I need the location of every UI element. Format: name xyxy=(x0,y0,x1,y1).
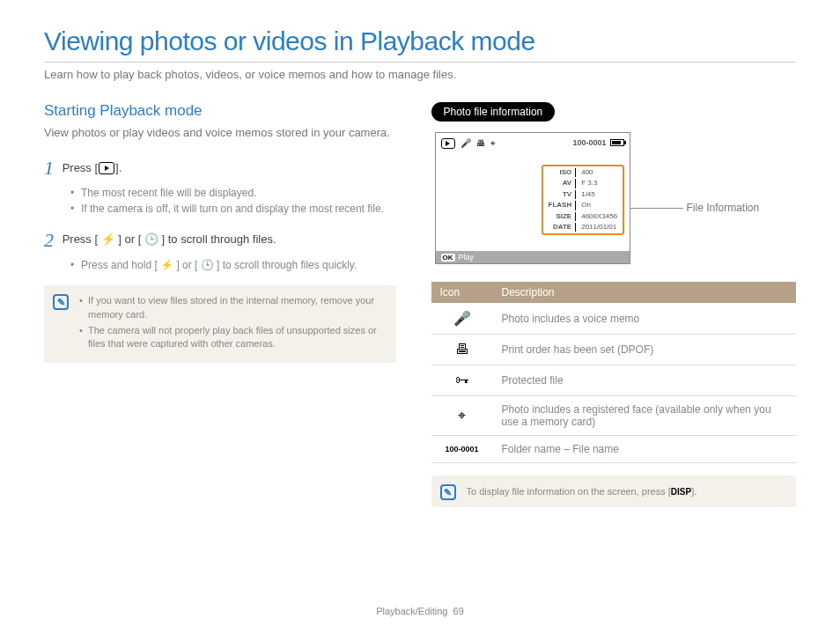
step-number: 2 xyxy=(44,229,54,251)
table-row: 🎤 Photo includes a voice memo xyxy=(431,303,796,335)
step-number: 1 xyxy=(44,157,54,179)
photo-file-info-pill: Photo file information xyxy=(431,102,556,122)
note-text: To display file information on the scree… xyxy=(467,486,697,497)
step-1: 1 Press []. The most recent file will be… xyxy=(44,157,396,217)
right-column: Photo file information 🎤 🖶 ⌖ 100-0001 IS… xyxy=(431,102,796,507)
playback-button-icon xyxy=(99,162,114,174)
icon-description-table: Icon Description 🎤 Photo includes a voic… xyxy=(431,282,796,463)
table-row: ⌖ Photo includes a registered face (avai… xyxy=(431,396,796,436)
note-icon: ✎ xyxy=(53,294,69,310)
list-item: If the camera is off, it will turn on an… xyxy=(70,201,396,217)
camera-top-right: 100-0001 xyxy=(572,138,623,147)
step-text: Press []. xyxy=(63,161,122,174)
mic-icon: 🎤 xyxy=(431,303,493,335)
step-text: Press [ ⚡ ] or [ 🕒 ] to scroll through f… xyxy=(63,233,276,247)
face-icon: ⌖ xyxy=(490,138,496,149)
file-info-overlay: ISO400 AVF 3.3 TV1/45 FLASHOn SIZE4608X3… xyxy=(542,165,625,235)
note-item: If you want to view files stored in the … xyxy=(79,294,386,321)
voice-memo-icon: 🎤 xyxy=(461,138,471,149)
section-heading: Starting Playback mode xyxy=(44,102,396,120)
list-item: The most recent file will be displayed. xyxy=(70,185,396,201)
printer-icon: 🖶 xyxy=(431,335,493,365)
face-register-icon: ⌖ xyxy=(431,396,493,436)
file-id-icon: 100-0001 xyxy=(431,436,493,463)
page-title: Viewing photos or videos in Playback mod… xyxy=(44,26,796,56)
page-subtitle: Learn how to play back photos, videos, o… xyxy=(44,62,796,81)
note-item: The camera will not properly play back f… xyxy=(79,324,386,351)
playback-mode-icon xyxy=(441,138,455,149)
key-icon: 🗝 xyxy=(431,365,493,396)
step-2: 2 Press [ ⚡ ] or [ 🕒 ] to scroll through… xyxy=(44,229,396,273)
camera-ok-bar: OKPlay xyxy=(436,251,630,263)
disp-button-label: DISP xyxy=(671,487,691,497)
table-header-icon: Icon xyxy=(431,282,493,303)
two-column-layout: Starting Playback mode View photos or pl… xyxy=(44,102,796,507)
table-row: 100-0001 Folder name – File name xyxy=(431,436,796,463)
battery-icon xyxy=(610,139,624,146)
note-box: ✎ If you want to view files stored in th… xyxy=(44,285,396,363)
callout-line xyxy=(630,208,683,209)
section-intro: View photos or play videos and voice mem… xyxy=(44,125,396,141)
camera-top-left-icons: 🎤 🖶 ⌖ xyxy=(441,138,496,149)
page-footer: Playback/Editing 69 xyxy=(0,606,840,616)
left-column: Starting Playback mode View photos or pl… xyxy=(44,102,396,507)
callout-label: File Information xyxy=(687,202,760,214)
note-box-disp: ✎ To display file information on the scr… xyxy=(431,476,796,507)
file-id-label: 100-0001 xyxy=(572,138,606,147)
print-icon: 🖶 xyxy=(476,138,485,149)
step1-bullets: The most recent file will be displayed. … xyxy=(70,185,396,217)
table-row: 🖶 Print order has been set (DPOF) xyxy=(431,335,796,365)
table-row: 🗝 Protected file xyxy=(431,365,796,396)
list-item: Press and hold [ ⚡ ] or [ 🕒 ] to scroll … xyxy=(70,257,396,273)
camera-screen: 🎤 🖶 ⌖ 100-0001 ISO400 AVF 3.3 TV1/45 FLA… xyxy=(435,132,630,264)
camera-screen-illustration: 🎤 🖶 ⌖ 100-0001 ISO400 AVF 3.3 TV1/45 FLA… xyxy=(431,132,796,264)
note-icon: ✎ xyxy=(440,484,456,500)
step2-bullets: Press and hold [ ⚡ ] or [ 🕒 ] to scroll … xyxy=(70,257,396,273)
table-header-desc: Description xyxy=(493,282,796,303)
